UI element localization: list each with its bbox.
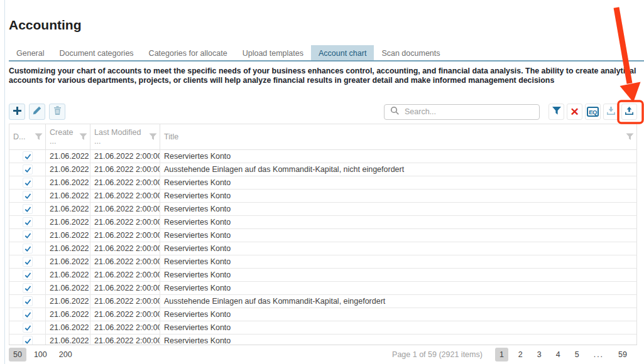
table-row[interactable]: 21.06.2022 21.06.2022 2:00:00 Reserviert… bbox=[9, 229, 636, 242]
column-header-create-date[interactable]: Create ... bbox=[46, 124, 90, 149]
table-row[interactable]: 21.06.2022 21.06.2022 2:00:00 Reserviert… bbox=[9, 308, 636, 321]
page-number-button[interactable]: 4 bbox=[552, 348, 565, 361]
row-checkbox[interactable] bbox=[23, 178, 33, 188]
row-check-cell bbox=[9, 190, 46, 202]
tab[interactable]: General bbox=[9, 45, 52, 60]
row-check-cell bbox=[9, 163, 46, 176]
row-title: Reserviertes Konto bbox=[160, 150, 636, 163]
row-create-date: 21.06.2022 bbox=[46, 308, 90, 321]
pencil-icon bbox=[32, 105, 42, 118]
column-header-default[interactable]: D... bbox=[9, 124, 46, 149]
page-number-button[interactable]: 3 bbox=[533, 348, 546, 361]
page-number-button[interactable]: 59 bbox=[614, 348, 631, 361]
row-create-date: 21.06.2022 bbox=[46, 282, 90, 294]
column-filter-icon[interactable] bbox=[79, 133, 87, 141]
row-checkbox[interactable] bbox=[23, 164, 33, 174]
row-check-cell bbox=[9, 321, 46, 334]
download-tray-icon bbox=[606, 105, 616, 119]
row-check-cell bbox=[9, 255, 46, 268]
row-checkbox[interactable] bbox=[23, 336, 33, 345]
tab[interactable]: Upload templates bbox=[235, 45, 311, 60]
row-title: Reserviertes Konto bbox=[160, 190, 636, 202]
row-checkbox[interactable] bbox=[23, 244, 33, 254]
row-title: Ausstehende Einlagen auf das Kommandit-K… bbox=[160, 295, 636, 308]
row-checkbox[interactable] bbox=[23, 323, 33, 333]
row-create-date: 21.06.2022 bbox=[46, 163, 90, 176]
row-title: Reserviertes Konto bbox=[160, 229, 636, 242]
table-header-row: D... Create ... Last Modified ... Title bbox=[9, 124, 636, 150]
tab[interactable]: Scan documents bbox=[374, 45, 447, 60]
filter-button[interactable] bbox=[548, 104, 564, 120]
row-title: Reserviertes Konto bbox=[160, 269, 636, 281]
table-row[interactable]: 21.06.2022 21.06.2022 2:00:00 Reserviert… bbox=[9, 321, 636, 335]
row-title: Reserviertes Konto bbox=[160, 255, 636, 268]
row-checkbox[interactable] bbox=[23, 270, 33, 280]
table-row[interactable]: 21.06.2022 21.06.2022 2:00:00 Reserviert… bbox=[9, 216, 636, 229]
table-row[interactable]: 21.06.2022 21.06.2022 2:00:00 Reserviert… bbox=[9, 242, 636, 255]
delete-button[interactable] bbox=[49, 104, 65, 120]
row-checkbox[interactable] bbox=[23, 309, 33, 319]
row-checkbox[interactable] bbox=[23, 257, 33, 267]
row-check-cell bbox=[9, 216, 46, 228]
page-size-button[interactable]: 100 bbox=[30, 348, 52, 361]
row-check-cell bbox=[9, 269, 46, 281]
clear-filter-button[interactable]: ✕ bbox=[567, 104, 582, 120]
row-title: Reserviertes Konto bbox=[160, 203, 636, 215]
page-number-button[interactable]: 1 bbox=[495, 348, 508, 361]
row-create-date: 21.06.2022 bbox=[46, 242, 90, 255]
row-check-cell bbox=[9, 150, 46, 163]
row-create-date: 21.06.2022 bbox=[46, 269, 90, 281]
table-row[interactable]: 21.06.2022 21.06.2022 2:00:00 Reserviert… bbox=[9, 203, 636, 216]
add-button[interactable] bbox=[9, 104, 25, 120]
row-check-cell bbox=[9, 335, 46, 345]
table-row[interactable]: 21.06.2022 21.06.2022 2:00:00 Reserviert… bbox=[9, 282, 636, 295]
upload-tray-icon bbox=[624, 105, 635, 119]
tab[interactable]: Account chart bbox=[311, 45, 374, 60]
row-title: Reserviertes Konto bbox=[160, 335, 636, 345]
page-size-button[interactable]: 200 bbox=[55, 348, 77, 361]
column-filter-icon[interactable] bbox=[626, 133, 634, 141]
tab[interactable]: Categories for allocate bbox=[141, 45, 235, 60]
row-checkbox[interactable] bbox=[23, 151, 33, 161]
export-button[interactable] bbox=[603, 104, 619, 120]
table-row[interactable]: 21.06.2022 21.06.2022 2:00:00 Ausstehend… bbox=[9, 295, 636, 308]
page-number-button[interactable]: 2 bbox=[514, 348, 527, 361]
table-row[interactable]: 21.06.2022 21.06.2022 2:00:00 Reserviert… bbox=[9, 176, 636, 190]
row-modified-date: 21.06.2022 2:00:00 bbox=[90, 295, 160, 308]
table-row[interactable]: 21.06.2022 21.06.2022 2:00:00 Reserviert… bbox=[9, 150, 636, 163]
row-modified-date: 21.06.2022 2:00:00 bbox=[90, 150, 160, 163]
tab[interactable]: Document categories bbox=[52, 45, 141, 60]
clear-filter-x-icon: ✕ bbox=[570, 107, 579, 117]
column-header-title[interactable]: Title bbox=[160, 124, 636, 149]
edit-button[interactable] bbox=[29, 104, 45, 120]
import-button[interactable] bbox=[621, 104, 637, 120]
column-filter-icon[interactable] bbox=[149, 133, 157, 141]
row-checkbox[interactable] bbox=[23, 204, 33, 214]
table-row[interactable]: 21.06.2022 21.06.2022 2:00:00 Reserviert… bbox=[9, 335, 636, 345]
row-modified-date: 21.06.2022 2:00:00 bbox=[90, 203, 160, 215]
row-checkbox[interactable] bbox=[23, 191, 33, 201]
table-row[interactable]: 21.06.2022 21.06.2022 2:00:00 Reserviert… bbox=[9, 255, 636, 269]
row-create-date: 21.06.2022 bbox=[46, 216, 90, 228]
row-modified-date: 21.06.2022 2:00:00 bbox=[90, 282, 160, 294]
page-number-button[interactable]: 5 bbox=[570, 348, 584, 361]
column-header-last-modified[interactable]: Last Modified ... bbox=[90, 124, 160, 149]
row-checkbox[interactable] bbox=[23, 217, 33, 227]
page-size-button[interactable]: 50 bbox=[9, 348, 26, 361]
search-panel-button[interactable]: EQ bbox=[585, 104, 601, 120]
row-create-date: 21.06.2022 bbox=[46, 295, 90, 308]
pagination-bar: 50 100 200 Page 1 of 59 (2921 items) 1 2… bbox=[9, 345, 637, 364]
row-checkbox[interactable] bbox=[23, 283, 33, 293]
row-checkbox[interactable] bbox=[23, 230, 33, 240]
row-title: Reserviertes Konto bbox=[160, 282, 636, 294]
row-check-cell bbox=[9, 176, 46, 189]
column-filter-icon[interactable] bbox=[35, 133, 43, 141]
table-row[interactable]: 21.06.2022 21.06.2022 2:00:00 Reserviert… bbox=[9, 190, 636, 203]
table-row[interactable]: 21.06.2022 21.06.2022 2:00:00 Ausstehend… bbox=[9, 163, 636, 176]
row-checkbox[interactable] bbox=[23, 296, 33, 306]
page-description: Customizing your chart of accounts to me… bbox=[9, 67, 644, 85]
row-create-date: 21.06.2022 bbox=[46, 255, 90, 268]
table-row[interactable]: 21.06.2022 21.06.2022 2:00:00 Reserviert… bbox=[9, 269, 636, 282]
search-input[interactable] bbox=[405, 107, 533, 116]
page-number-button[interactable]: ... bbox=[589, 348, 608, 361]
